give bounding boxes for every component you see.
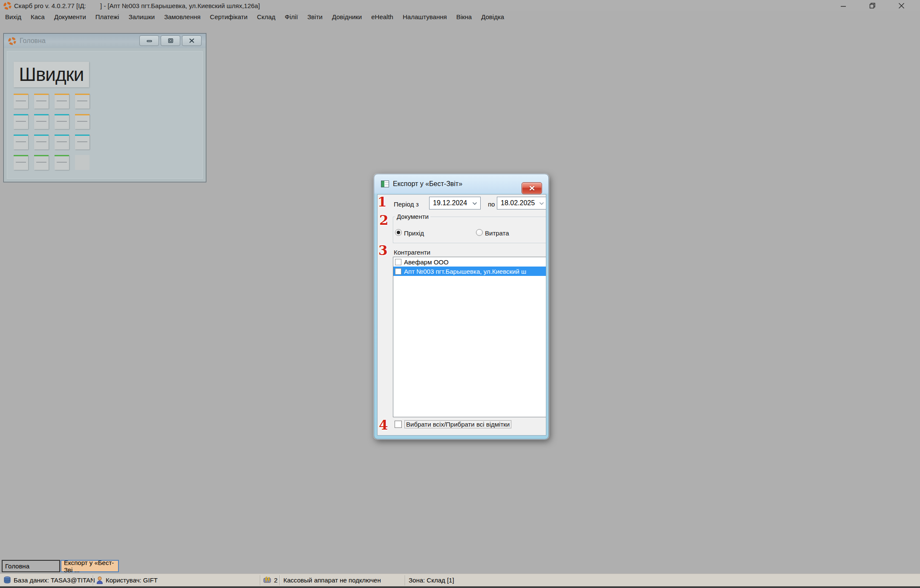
tile-color-bar	[75, 114, 89, 115]
menu-item-6[interactable]: Замовлення	[159, 12, 205, 22]
child-window-home: Головна Швидки	[3, 33, 206, 182]
quick-tile-11[interactable]	[55, 135, 69, 149]
quick-tile-8[interactable]	[75, 114, 89, 129]
minimize-button[interactable]	[829, 0, 858, 11]
select-all-label[interactable]: Вибрати всіх/Прибрати всі відмітки	[405, 421, 511, 428]
tile-caption	[77, 141, 87, 142]
documents-groupbox: Документи Прихід Витрата	[393, 217, 546, 243]
quick-tile-5[interactable]	[14, 114, 28, 129]
database-status: База даних: TASA3@TITAN	[14, 577, 95, 584]
tile-color-bar	[55, 155, 69, 156]
cash-register-icon	[263, 576, 272, 584]
window-title: Скарб pro v. 4.0.2.77 [ІД: ] - [Апт №003…	[14, 2, 260, 9]
window-controls	[829, 0, 916, 11]
annotation-4: 4	[379, 419, 388, 432]
tile-color-bar	[34, 135, 49, 136]
select-all-checkbox[interactable]	[395, 421, 402, 428]
radio-prihid[interactable]	[395, 229, 402, 236]
menu-item-8[interactable]: Склад	[252, 12, 280, 22]
menu-item-13[interactable]: Налаштування	[398, 12, 452, 22]
dialog-body: Період з 19.12.2024 по 18.02.2025 Докуме…	[377, 194, 546, 436]
quick-tile-15[interactable]	[55, 155, 69, 170]
counterparties-label: Контрагенти	[394, 249, 430, 256]
child-window-content: Швидки	[4, 48, 206, 182]
tile-caption	[16, 162, 26, 163]
chevron-down-icon	[539, 202, 544, 205]
tile-color-bar	[14, 135, 28, 136]
counterparty-name: Авефарм ООО	[404, 258, 449, 266]
period-to-select[interactable]: 18.02.2025	[497, 197, 546, 209]
menu-item-14[interactable]: Вікна	[452, 12, 477, 22]
tile-color-bar	[34, 94, 49, 95]
quick-tile-2[interactable]	[34, 94, 49, 109]
quick-tile-1[interactable]	[14, 94, 28, 109]
database-icon	[3, 576, 11, 585]
task-tab-1[interactable]: Головна	[2, 560, 60, 572]
tile-color-bar	[55, 135, 69, 136]
radio-vytrata[interactable]	[476, 229, 483, 236]
counterparty-row-2[interactable]: Апт №003 пгт.Барышевка, ул.Киевский ш	[393, 267, 546, 276]
quick-tile-12[interactable]	[75, 135, 89, 149]
task-tab-2[interactable]: Експорт у «Бест-Зві ...	[61, 560, 119, 572]
restore-button[interactable]	[858, 0, 887, 11]
tile-color-bar	[34, 114, 49, 115]
tile-grid	[14, 94, 95, 175]
row-checkbox[interactable]	[395, 259, 401, 265]
child-minimize-button[interactable]	[139, 35, 159, 46]
dialog-close-button[interactable]	[522, 182, 542, 194]
menu-item-10[interactable]: Звіти	[303, 12, 327, 22]
child-title-bar[interactable]: Головна	[4, 34, 206, 48]
tile-caption	[16, 121, 26, 122]
dialog-title: Експорт у «Бест-Звіт»	[393, 180, 462, 188]
tile-color-bar	[14, 94, 28, 95]
statusbar-separator	[280, 575, 280, 585]
tile-caption	[57, 162, 66, 163]
child-close-button[interactable]	[182, 35, 202, 46]
menu-item-1[interactable]: Вихід	[0, 12, 26, 22]
tile-caption	[57, 121, 66, 122]
quick-tile-13[interactable]	[14, 155, 28, 170]
user-status: Користувач: GIFT	[106, 577, 158, 584]
quick-tile-16[interactable]	[75, 155, 89, 170]
tile-color-bar	[55, 114, 69, 115]
menu-item-15[interactable]: Довідка	[476, 12, 509, 22]
tile-color-bar	[75, 94, 89, 95]
cash-count: 2	[274, 577, 277, 584]
menu-item-7[interactable]: Сертифікати	[205, 12, 252, 22]
taskbar: ГоловнаЕкспорт у «Бест-Зві ...	[0, 559, 920, 574]
quick-tile-14[interactable]	[34, 155, 49, 170]
menu-item-5[interactable]: Залишки	[124, 12, 160, 22]
statusbar-separator	[260, 575, 260, 585]
statusbar-separator	[93, 575, 93, 585]
menu-item-11[interactable]: Довідники	[327, 12, 366, 22]
menu-item-9[interactable]: Філії	[280, 12, 303, 22]
tile-caption	[16, 100, 26, 101]
tile-color-bar	[14, 155, 28, 156]
statusbar-separator	[405, 575, 405, 585]
quick-tile-6[interactable]	[34, 114, 49, 129]
menu-item-2[interactable]: Каса	[26, 12, 49, 22]
quick-tile-3[interactable]	[55, 94, 69, 109]
counterparty-list[interactable]: Авефарм ОООАпт №003 пгт.Барышевка, ул.Ки…	[393, 257, 546, 417]
period-from-label: Період з	[394, 201, 419, 208]
child-restore-button[interactable]	[161, 35, 180, 46]
quick-tile-9[interactable]	[14, 135, 28, 149]
close-button[interactable]	[887, 0, 916, 11]
dialog-title-bar[interactable]: Експорт у «Бест-Звіт»	[374, 174, 548, 194]
quick-tile-7[interactable]	[55, 114, 69, 129]
main-title-bar: Скарб pro v. 4.0.2.77 [ІД: ] - [Апт №003…	[0, 0, 920, 11]
user-icon	[96, 576, 103, 585]
row-checkbox[interactable]	[395, 268, 401, 275]
counterparty-row-1[interactable]: Авефарм ООО	[393, 257, 546, 267]
zone-status: Зона: Склад [1]	[409, 577, 454, 584]
mdi-workspace: Головна Швидки	[0, 22, 920, 559]
period-to-value: 18.02.2025	[501, 199, 535, 207]
tile-caption	[77, 121, 87, 122]
period-from-select[interactable]: 19.12.2024	[429, 197, 481, 209]
menu-item-12[interactable]: eHealth	[366, 12, 398, 22]
menu-item-3[interactable]: Документи	[49, 12, 91, 22]
quick-tile-10[interactable]	[34, 135, 49, 149]
menu-item-4[interactable]: Платежі	[91, 12, 124, 22]
status-bar: База даних: TASA3@TITAN Користувач: GIFT…	[0, 574, 920, 588]
quick-tile-4[interactable]	[75, 94, 89, 109]
